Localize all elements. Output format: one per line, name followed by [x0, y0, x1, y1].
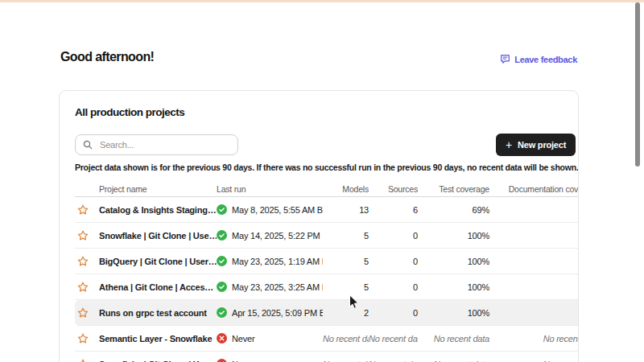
header-models: Models	[323, 184, 369, 194]
favorite-star-icon[interactable]	[77, 359, 89, 362]
favorite-star-icon[interactable]	[77, 256, 89, 267]
project-link[interactable]: Catalog & Insights Staging…	[99, 205, 217, 215]
leave-feedback-label: Leave feedback	[514, 55, 577, 64]
last-run-value: May 23, 2025, 1:19 AM BS	[232, 257, 323, 266]
error-icon	[217, 333, 227, 343]
test-coverage-value: No recent data	[434, 334, 489, 343]
page-title: Good afternoon!	[60, 50, 154, 64]
top-accent-bar	[0, 0, 644, 2]
scrollbar-thumb[interactable]	[635, 2, 640, 167]
project-link[interactable]: Athena | Git Clone | Acces…	[99, 282, 213, 292]
header-last-run: Last run	[217, 184, 323, 194]
favorite-star-icon[interactable]	[77, 204, 89, 216]
models-value: No recent data	[323, 360, 369, 362]
doc-coverage-value: No recent data	[543, 360, 579, 362]
last-run-value: May 14, 2025, 5:22 PM BS	[232, 231, 323, 241]
header-test-coverage: Test coverage	[418, 184, 489, 194]
header-sources: Sources	[369, 184, 418, 194]
project-link[interactable]: BigQuery | Git Clone | User…	[99, 257, 217, 266]
success-icon	[217, 256, 227, 266]
feedback-icon	[500, 54, 510, 64]
project-link[interactable]: Snowflake | Git Clone | Use…	[99, 231, 217, 241]
test-coverage-value: No recent data	[434, 360, 489, 362]
project-link[interactable]: Snowflake | Git Clone | Key…	[99, 360, 217, 362]
project-link[interactable]: Runs on grpc test account	[99, 308, 207, 318]
table-row[interactable]: Semantic Layer - Snowflake Never No rece…	[75, 326, 579, 352]
projects-panel: All production projects + New project Pr…	[59, 90, 579, 362]
last-run-value: May 23, 2025, 3:25 AM B	[232, 282, 323, 292]
table-row[interactable]: Runs on grpc test account Apr 15, 2025, …	[75, 300, 579, 326]
table-row[interactable]: Catalog & Insights Staging… May 8, 2025,…	[75, 197, 579, 223]
header-doc-coverage: Documentation coverage	[489, 184, 579, 194]
favorite-star-icon[interactable]	[77, 333, 89, 344]
search-box[interactable]	[75, 134, 238, 155]
new-project-button[interactable]: + New project	[496, 134, 576, 156]
last-run-value: Never	[232, 360, 254, 362]
projects-table: Project name Last run Models Sources Tes…	[75, 181, 579, 362]
models-value: 13	[359, 205, 369, 215]
table-row[interactable]: Snowflake | Git Clone | Key… Never No re…	[75, 352, 579, 362]
data-notice: Project data shown is for the previous 9…	[75, 162, 579, 172]
table-header: Project name Last run Models Sources Tes…	[75, 181, 579, 197]
favorite-star-icon[interactable]	[77, 307, 89, 319]
sources-value: No recent data	[369, 360, 418, 362]
header-project-name: Project name	[99, 184, 217, 194]
table-body: Catalog & Insights Staging… May 8, 2025,…	[75, 197, 579, 362]
error-icon	[217, 359, 227, 362]
last-run-value: Never	[232, 334, 254, 343]
test-coverage-value: 69%	[473, 205, 489, 215]
success-icon	[217, 282, 227, 292]
success-icon	[217, 230, 227, 241]
last-run-value: May 8, 2025, 5:55 AM BS	[232, 205, 323, 215]
leave-feedback-link[interactable]: Leave feedback	[500, 54, 577, 64]
table-row[interactable]: Snowflake | Git Clone | Use… May 14, 202…	[75, 223, 579, 249]
test-coverage-value: 100%	[468, 257, 489, 266]
project-link[interactable]: Semantic Layer - Snowflake	[99, 334, 212, 343]
table-row[interactable]: BigQuery | Git Clone | User… May 23, 202…	[75, 249, 579, 274]
plus-icon: +	[506, 139, 512, 150]
success-icon	[217, 307, 227, 318]
last-run-value: Apr 15, 2025, 5:09 PM BS	[232, 308, 323, 318]
panel-title: All production projects	[75, 106, 184, 118]
favorite-star-icon[interactable]	[77, 230, 89, 241]
test-coverage-value: 100%	[468, 308, 489, 318]
test-coverage-value: 100%	[468, 231, 489, 241]
favorite-star-icon[interactable]	[77, 282, 89, 293]
success-icon	[217, 204, 227, 215]
sources-value: No recent data	[369, 334, 418, 343]
test-coverage-value: 100%	[468, 282, 489, 292]
new-project-label: New project	[518, 140, 566, 150]
search-icon	[83, 140, 93, 150]
table-row[interactable]: Athena | Git Clone | Acces… May 23, 2025…	[75, 274, 579, 300]
search-input[interactable]	[98, 139, 230, 150]
doc-coverage-value: No recent data	[543, 334, 579, 343]
models-value: No recent data	[323, 334, 369, 343]
